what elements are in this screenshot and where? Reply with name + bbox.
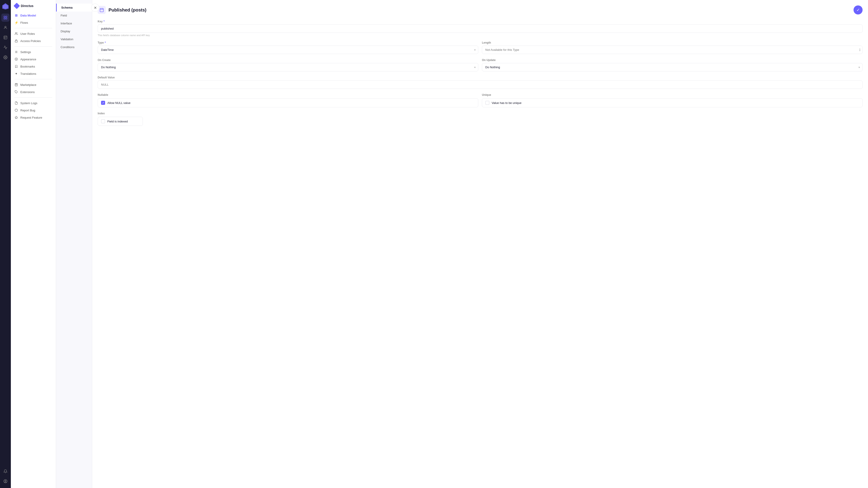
logo-text: Directus [21,4,33,8]
index-section: Index Field is indexed [98,112,863,126]
appearance-icon [14,57,18,61]
sidebar-logo: Directus [11,4,56,12]
on-create-label: On Create [98,59,478,62]
svg-point-6 [5,26,6,28]
modal-overlay: ✕ Schema Field Interface Display Validat… [56,0,868,488]
unique-checkbox[interactable] [485,101,489,105]
right-panel-title-row: Published (posts) [98,6,147,14]
type-group: Type * DateTime String Integer Boolean F… [98,41,478,54]
nav-icon-insights[interactable] [1,43,9,52]
tab-interface[interactable]: Interface [56,20,92,27]
nav-icon-profile[interactable] [1,477,9,485]
on-create-select-wrapper: Do Nothing Set to Current Date/Time Set … [98,63,478,71]
type-select[interactable]: DateTime String Integer Boolean Float [98,46,478,54]
allow-null-checkbox-row[interactable]: Allow NULL value [98,98,478,107]
sidebar-item-translations[interactable]: ✦ Translations [11,70,56,77]
sidebar-label-user-roles: User Roles [20,32,35,35]
data-model-icon: ⊞ [14,13,18,17]
length-label: Length [482,41,863,44]
sidebar-item-report-bug[interactable]: Report Bug [11,107,56,114]
right-panel-header: Published (posts) ✓ [98,5,863,14]
tab-validation[interactable]: Validation [56,35,92,43]
sidebar-item-data-model[interactable]: ⊞ Data Model [11,12,56,19]
tab-field[interactable]: Field [56,11,92,20]
tab-display[interactable]: Display [56,27,92,35]
index-checkbox[interactable] [101,119,105,123]
svg-point-19 [16,59,17,60]
nullable-unique-row: Nullable Allow NULL value Unique Value h… [98,93,863,107]
close-icon: ✕ [94,6,97,10]
nav-icon-content[interactable] [1,13,9,22]
on-update-select-wrapper: Do Nothing Set to Current Date/Time Set … [482,63,863,71]
svg-rect-2 [4,16,5,17]
sidebar-item-access-policies[interactable]: Access Policies [11,37,56,44]
length-group: Length ▲ ▼ [482,41,863,54]
nav-icon-users[interactable] [1,24,9,32]
svg-marker-25 [15,116,18,119]
type-label: Type * [98,41,478,44]
sidebar-label-report-bug: Report Bug [20,109,35,112]
svg-rect-5 [6,18,7,19]
svg-rect-14 [15,41,18,42]
key-label: Key * [98,20,863,23]
request-feature-icon [14,116,18,119]
bookmarks-icon [14,65,18,68]
close-button[interactable]: ✕ [91,4,99,12]
sidebar-item-system-logs[interactable]: System Logs [11,99,56,107]
svg-point-18 [15,58,18,61]
nav-icon-notifications[interactable] [1,467,9,475]
tab-conditions[interactable]: Conditions [56,43,92,51]
key-hint: This field's database column name and AP… [98,34,863,37]
default-value-input[interactable] [98,80,863,89]
sidebar-label-appearance: Appearance [20,58,36,61]
nav-icon-files[interactable] [1,33,9,41]
unique-title: Unique [482,93,863,96]
sidebar-label-translations: Translations [20,72,36,75]
type-required-star: * [105,41,106,44]
sidebar-label-extensions: Extensions [20,90,35,94]
on-create-select[interactable]: Do Nothing Set to Current Date/Time Set … [98,63,478,71]
sidebar-item-flows[interactable]: ⚡ Flows [11,19,56,26]
sidebar-item-bookmarks[interactable]: Bookmarks [11,63,56,70]
svg-point-12 [5,480,6,482]
svg-rect-4 [4,18,5,19]
sidebar: Directus ⊞ Data Model ⚡ Flows User Roles… [11,0,56,488]
app-logo [2,3,9,10]
sidebar-item-settings[interactable]: Settings [11,48,56,56]
key-input[interactable] [98,24,863,33]
index-label: Field is indexed [107,120,128,123]
report-bug-icon [14,108,18,112]
on-create-group: On Create Do Nothing Set to Current Date… [98,59,478,71]
sidebar-label-bookmarks: Bookmarks [20,65,35,68]
on-update-label: On Update [482,59,863,62]
on-update-group: On Update Do Nothing Set to Current Date… [482,59,863,71]
allow-null-checkbox[interactable] [101,101,105,105]
sidebar-item-user-roles[interactable]: User Roles [11,30,56,37]
extensions-icon [14,90,18,94]
system-logs-icon [14,101,18,105]
tabs-panel: Schema Field Interface Display Validatio… [56,0,92,488]
sidebar-item-appearance[interactable]: Appearance [11,56,56,63]
sidebar-item-request-feature[interactable]: Request Feature [11,114,56,121]
save-checkmark-icon: ✓ [857,7,860,12]
unique-checkbox-row[interactable]: Value has to be unique [482,98,863,107]
length-input[interactable] [482,46,863,54]
sidebar-divider-1 [14,28,52,28]
main-area: Data Model Posts Fields & Layout Saves A… [56,0,868,488]
type-select-wrapper: DateTime String Integer Boolean Float ▾ [98,46,478,54]
unique-label: Value has to be unique [492,101,522,105]
stepper-down[interactable]: ▼ [859,50,861,52]
sidebar-item-extensions[interactable]: Extensions [11,88,56,96]
translations-icon: ✦ [14,72,18,75]
default-value-section: Default Value [98,76,863,89]
on-update-select[interactable]: Do Nothing Set to Current Date/Time Set … [482,63,863,71]
nav-icon-settings[interactable] [1,53,9,61]
sidebar-label-settings: Settings [20,51,31,54]
index-checkbox-row[interactable]: Field is indexed [98,117,143,126]
allow-null-label: Allow NULL value [107,101,130,105]
sidebar-item-marketplace[interactable]: Marketplace [11,81,56,88]
save-button[interactable]: ✓ [854,5,863,14]
sidebar-label-access-policies: Access Policies [20,39,41,43]
tab-schema[interactable]: Schema [56,4,92,11]
type-length-row: Type * DateTime String Integer Boolean F… [98,41,863,54]
